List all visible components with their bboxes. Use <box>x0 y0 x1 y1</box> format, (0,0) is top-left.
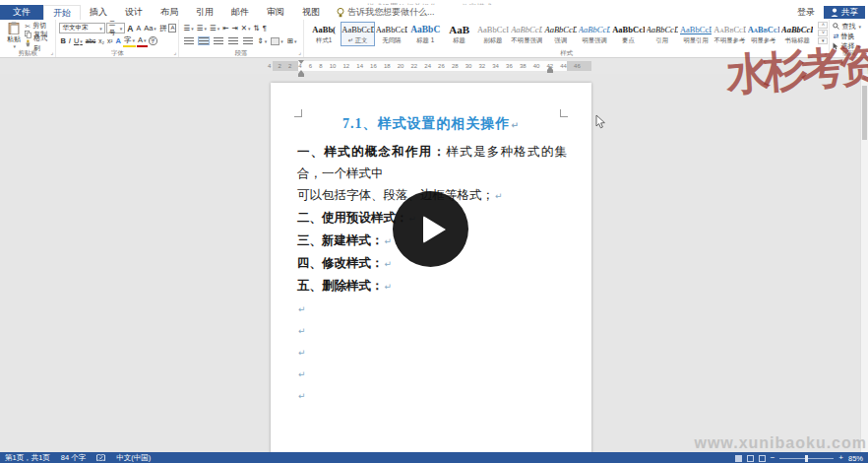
read-mode-icon[interactable] <box>735 455 742 462</box>
multilevel-list-button[interactable]: ☰▾ <box>209 24 220 33</box>
proofing-status[interactable] <box>96 454 105 462</box>
gallery-down-button[interactable]: ˅ <box>818 30 828 36</box>
style-card-书籍标题[interactable]: AaBbCcI书籍标题 <box>780 22 814 46</box>
style-card-无间隔[interactable]: AaBbCcD无间隔 <box>375 22 408 46</box>
tab-file[interactable]: 文件 <box>0 5 43 20</box>
ribbon: 粘贴 ▾ ✂ 剪切 复制 <box>0 20 868 58</box>
horizontal-ruler[interactable]: 4224681012141618202224262830323436384042… <box>0 58 868 74</box>
video-play-button[interactable] <box>393 191 468 267</box>
zoom-in-button[interactable]: + <box>838 454 843 462</box>
share-button[interactable]: 共享 <box>824 6 865 19</box>
style-card-要点[interactable]: AaBbCcI要点 <box>611 22 645 46</box>
replace-button[interactable]: ⇄ 替换 <box>833 32 866 40</box>
sort-button[interactable]: ⇅ <box>253 24 261 33</box>
font-size-combo[interactable]: 二号 ▾ <box>106 23 126 33</box>
page-indicator[interactable]: 第1页，共1页 <box>5 453 50 463</box>
ruler-number: 2 <box>278 62 280 70</box>
tab-引用[interactable]: 引用 <box>187 5 222 20</box>
character-border-button[interactable]: A <box>168 24 176 33</box>
ruler-number: 26 <box>438 62 445 70</box>
increase-indent-button[interactable]: ⇥ <box>230 24 238 33</box>
print-layout-icon[interactable] <box>747 455 754 462</box>
language-indicator[interactable]: 中文(中国) <box>116 453 151 463</box>
show-marks-button[interactable]: ¶ <box>262 24 268 33</box>
style-card-标题 1[interactable]: AaBbC标题 1 <box>408 22 442 46</box>
style-card-标题[interactable]: AaB标题 <box>442 22 475 46</box>
text-effects-button[interactable]: A <box>115 36 122 46</box>
style-card-不明显参考[interactable]: AaBbCcDi不明显参考 <box>713 22 746 46</box>
tab-视图[interactable]: 视图 <box>293 5 329 20</box>
style-card-不明显强调[interactable]: AaBbCcD不明显强调 <box>510 22 543 46</box>
web-layout-icon[interactable] <box>759 455 766 462</box>
style-card-明显参考[interactable]: AaBbCcL明显参考 <box>747 22 780 46</box>
asian-layout-button[interactable]: ✕▾ <box>240 24 252 33</box>
line-spacing-button[interactable]: ⇕▾ <box>256 36 268 46</box>
style-card-引用[interactable]: AaBbCcD引用 <box>646 22 679 46</box>
zoom-out-button[interactable]: − <box>771 454 775 462</box>
editing-group-label: 编辑 <box>830 48 868 57</box>
zoom-slider-thumb[interactable] <box>805 455 808 462</box>
tab-审阅[interactable]: 审阅 <box>258 5 293 20</box>
style-card-明显强调[interactable]: AaBbCcD明显强调 <box>578 22 611 46</box>
font-color-button[interactable]: A▾ <box>137 35 148 47</box>
vertical-scrollbar[interactable]: ˄ <box>860 74 868 452</box>
style-card-副标题[interactable]: AaBbCcI副标题 <box>476 22 510 46</box>
font-dialog-launcher[interactable]: ⌟ <box>174 49 177 56</box>
paragraph-dialog-launcher[interactable]: ⌟ <box>298 49 301 56</box>
bold-button[interactable]: B <box>59 36 66 46</box>
grow-font-button[interactable]: A <box>126 24 134 33</box>
strikethrough-button[interactable]: abc <box>85 36 96 46</box>
zoom-slider[interactable] <box>779 458 834 459</box>
distribute-button[interactable] <box>241 36 255 45</box>
tab-插入[interactable]: 插入 <box>81 5 116 20</box>
align-right-button[interactable] <box>212 36 225 45</box>
ruler-number: 46 <box>574 62 581 70</box>
tab-布局[interactable]: 布局 <box>152 5 187 20</box>
shading-button[interactable]: ▾ <box>269 36 285 46</box>
window-title: 7.1、样式设置的相关操作.docx [兼容模式] - Word <box>348 3 521 5</box>
clipboard-dialog-launcher[interactable]: ⌟ <box>51 49 54 56</box>
style-card-强调[interactable]: AaBbCcD强调 <box>543 22 577 46</box>
scrollbar-thumb[interactable] <box>862 86 867 140</box>
bullets-button[interactable]: ☰▾ <box>182 24 194 33</box>
change-case-button[interactable]: Aa▾ <box>143 24 157 33</box>
find-button[interactable]: 查找▾ <box>833 22 866 31</box>
document-page[interactable]: 7.1、样式设置的相关操作↵ 一、样式的概念和作用：样式是多种格式的集合，一个样… <box>271 83 591 452</box>
enclose-characters-button[interactable]: 字 <box>149 36 158 45</box>
indent-marker-right[interactable] <box>547 63 553 73</box>
style-card-明显引用[interactable]: AaBbCcD明显引用 <box>679 22 713 46</box>
justify-button[interactable] <box>226 36 240 45</box>
zoom-level[interactable]: 85% <box>848 454 863 463</box>
paragraph-group: ☰▾ ☰▾ ☰▾ ⇤ ⇥ ✕▾ ⇅ ¶ ⇕▾ ▾ ⊞▾ 段落 ⌟ <box>179 20 304 57</box>
shrink-font-button[interactable]: A <box>136 24 143 33</box>
indent-marker-left[interactable] <box>298 60 304 77</box>
borders-button[interactable]: ⊞▾ <box>286 36 298 46</box>
numbering-button[interactable]: ☰▾ <box>196 24 208 33</box>
cut-button[interactable]: ✂ 剪切 <box>25 22 53 30</box>
decrease-indent-button[interactable]: ⇤ <box>221 24 229 33</box>
gallery-up-button[interactable]: ˄ <box>818 22 828 29</box>
superscript-button[interactable]: x² <box>106 36 113 46</box>
style-card-正文[interactable]: AaBbCcD↵ 正文 <box>341 22 374 46</box>
tab-开始[interactable]: 开始 <box>43 5 81 20</box>
phonetic-guide-button[interactable]: 拼 <box>158 24 168 33</box>
font-name-combo[interactable]: 华文中宋 ▾ <box>59 23 104 33</box>
align-left-button[interactable] <box>182 36 196 45</box>
underline-button[interactable]: U▾ <box>73 36 84 46</box>
style-card-样式1[interactable]: AaBb(样式1 <box>307 22 341 46</box>
tab-设计[interactable]: 设计 <box>116 5 152 20</box>
tab-邮件[interactable]: 邮件 <box>222 5 258 20</box>
gallery-more-button[interactable]: ▾ <box>818 37 828 44</box>
signin-link[interactable]: 登录 <box>797 6 815 19</box>
tellme-box[interactable]: 告诉我您想要做什么... <box>337 5 435 20</box>
word-count[interactable]: 84 个字 <box>61 453 86 463</box>
paste-button[interactable]: 粘贴 ▾ <box>3 22 25 46</box>
styles-dialog-launcher[interactable]: ⌟ <box>825 49 828 56</box>
scroll-up-arrow[interactable]: ˄ <box>861 76 868 82</box>
proofing-book-icon <box>96 454 105 462</box>
format-painter-button[interactable]: 格式刷 <box>25 39 53 47</box>
align-center-button[interactable] <box>197 36 211 45</box>
highlight-color-button[interactable]: 字▾ <box>123 35 136 47</box>
subscript-button[interactable]: x₂ <box>97 36 105 46</box>
italic-button[interactable]: I <box>68 36 72 46</box>
